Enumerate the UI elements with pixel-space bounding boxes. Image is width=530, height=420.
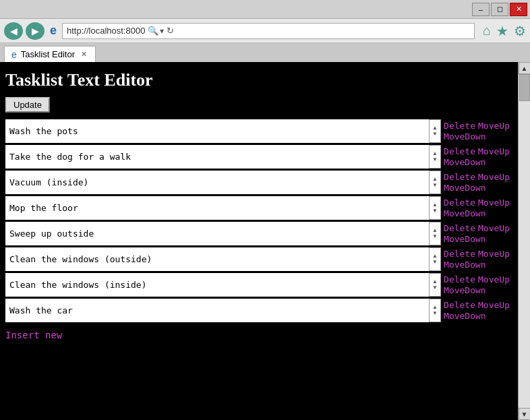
delete-link[interactable]: Delete — [444, 274, 475, 284]
delete-link[interactable]: Delete — [444, 172, 475, 182]
spin-up-icon[interactable]: ▲ — [432, 228, 438, 233]
spin-down-icon[interactable]: ▼ — [432, 234, 438, 239]
spin-up-icon[interactable]: ▲ — [432, 253, 438, 259]
delete-link[interactable]: Delete — [444, 300, 475, 310]
close-button[interactable]: ✕ — [510, 3, 527, 16]
task-input[interactable] — [5, 299, 429, 322]
task-action-row-1: Delete MoveUp — [444, 172, 510, 182]
movedown-link[interactable]: MoveDown — [444, 260, 486, 270]
moveup-link[interactable]: MoveUp — [478, 223, 510, 233]
task-input[interactable] — [5, 247, 429, 271]
task-input[interactable] — [5, 273, 429, 297]
task-spinner: ▲ ▼ — [429, 299, 441, 322]
moveup-link[interactable]: MoveUp — [478, 300, 510, 310]
task-row: ▲ ▼ Delete MoveUp MoveDown — [5, 247, 512, 271]
insert-new-link[interactable]: Insert new — [5, 330, 62, 340]
task-actions: Delete MoveUp MoveDown — [441, 119, 512, 143]
task-actions: Delete MoveUp MoveDown — [441, 171, 512, 194]
task-actions: Delete MoveUp MoveDown — [441, 196, 512, 220]
task-row: ▲ ▼ Delete MoveUp MoveDown — [5, 273, 512, 297]
moveup-link[interactable]: MoveUp — [478, 198, 510, 208]
back-button[interactable]: ◀ — [4, 22, 23, 40]
task-row: ▲ ▼ Delete MoveUp MoveDown — [5, 222, 512, 245]
dropdown-icon[interactable]: ▾ — [160, 26, 164, 36]
spin-up-icon[interactable]: ▲ — [432, 305, 438, 310]
delete-link[interactable]: Delete — [444, 249, 475, 259]
spin-down-icon[interactable]: ▼ — [432, 131, 438, 137]
task-input[interactable] — [5, 145, 429, 169]
update-button[interactable]: Update — [5, 97, 50, 113]
delete-link[interactable]: Delete — [444, 223, 475, 233]
refresh-icon[interactable]: ↻ — [167, 26, 174, 36]
task-row: ▲ ▼ Delete MoveUp MoveDown — [5, 196, 512, 220]
task-action-row-1: Delete MoveUp — [444, 121, 510, 131]
forward-button[interactable]: ▶ — [26, 22, 45, 40]
movedown-link[interactable]: MoveDown — [444, 234, 486, 244]
tab-tasklist-editor[interactable]: e Tasklist Editor ✕ — [4, 46, 96, 62]
task-action-row-2: MoveDown — [444, 157, 510, 167]
task-input[interactable] — [5, 222, 429, 245]
movedown-link[interactable]: MoveDown — [444, 183, 486, 193]
search-icon: 🔍 — [148, 26, 158, 36]
tab-ie-icon: e — [11, 49, 17, 60]
moveup-link[interactable]: MoveUp — [478, 249, 510, 259]
home-icon[interactable]: ⌂ — [483, 23, 491, 39]
address-bar: ◀ ▶ e http://localhost:8000 🔍 ▾ ↻ ⌂ ★ ⚙ — [0, 19, 530, 43]
tab-close-icon[interactable]: ✕ — [79, 50, 88, 59]
task-input[interactable] — [5, 119, 429, 143]
task-action-row-2: MoveDown — [444, 131, 510, 142]
task-actions: Delete MoveUp MoveDown — [441, 273, 512, 297]
spin-down-icon[interactable]: ▼ — [432, 260, 438, 265]
scroll-up-arrow[interactable]: ▲ — [519, 62, 531, 74]
movedown-link[interactable]: MoveDown — [444, 157, 486, 167]
browser-toolbar: ⌂ ★ ⚙ — [483, 23, 526, 39]
moveup-link[interactable]: MoveUp — [478, 121, 510, 131]
spin-up-icon[interactable]: ▲ — [432, 202, 438, 208]
spin-down-icon[interactable]: ▼ — [432, 183, 438, 188]
spin-up-icon[interactable]: ▲ — [432, 279, 438, 284]
task-action-row-1: Delete MoveUp — [444, 274, 510, 284]
page-title: Tasklist Text Editor — [5, 70, 512, 90]
spin-down-icon[interactable]: ▼ — [432, 285, 438, 291]
task-actions: Delete MoveUp MoveDown — [441, 247, 512, 271]
movedown-link[interactable]: MoveDown — [444, 285, 486, 295]
delete-link[interactable]: Delete — [444, 198, 475, 208]
spin-down-icon[interactable]: ▼ — [432, 311, 438, 316]
scroll-thumb[interactable] — [519, 74, 530, 101]
spin-down-icon[interactable]: ▼ — [432, 208, 438, 214]
task-spinner: ▲ ▼ — [429, 145, 441, 169]
moveup-link[interactable]: MoveUp — [478, 274, 510, 284]
maximize-button[interactable]: ◻ — [491, 3, 508, 16]
scroll-track[interactable] — [519, 74, 530, 408]
moveup-link[interactable]: MoveUp — [478, 172, 510, 182]
task-spinner: ▲ ▼ — [429, 196, 441, 220]
task-action-row-2: MoveDown — [444, 234, 510, 244]
movedown-link[interactable]: MoveDown — [444, 208, 486, 218]
task-spinner: ▲ ▼ — [429, 119, 441, 143]
spin-up-icon[interactable]: ▲ — [432, 125, 438, 131]
spin-up-icon[interactable]: ▲ — [432, 177, 438, 182]
favorites-icon[interactable]: ★ — [496, 23, 508, 39]
address-input-box[interactable]: http://localhost:8000 🔍 ▾ ↻ — [62, 23, 475, 39]
moveup-link[interactable]: MoveUp — [478, 146, 510, 156]
window-controls: – ◻ ✕ — [472, 3, 527, 16]
task-input[interactable] — [5, 171, 429, 194]
task-action-row-2: MoveDown — [444, 260, 510, 270]
settings-icon[interactable]: ⚙ — [514, 23, 526, 39]
movedown-link[interactable]: MoveDown — [444, 311, 486, 321]
ie-logo: e — [50, 24, 57, 38]
content-wrapper: Tasklist Text Editor Update ▲ ▼ Delete M… — [0, 62, 530, 420]
scroll-down-arrow[interactable]: ▼ — [519, 408, 531, 420]
task-input[interactable] — [5, 196, 429, 220]
delete-link[interactable]: Delete — [444, 146, 475, 156]
spin-up-icon[interactable]: ▲ — [432, 151, 438, 156]
main-content: Tasklist Text Editor Update ▲ ▼ Delete M… — [0, 62, 518, 420]
delete-link[interactable]: Delete — [444, 121, 475, 131]
movedown-link[interactable]: MoveDown — [444, 131, 486, 142]
task-action-row-1: Delete MoveUp — [444, 223, 510, 233]
minimize-button[interactable]: – — [472, 3, 490, 16]
url-text: http://localhost:8000 — [67, 26, 145, 36]
task-row: ▲ ▼ Delete MoveUp MoveDown — [5, 145, 512, 169]
spin-down-icon[interactable]: ▼ — [432, 157, 438, 162]
tab-bar: e Tasklist Editor ✕ — [0, 43, 530, 62]
